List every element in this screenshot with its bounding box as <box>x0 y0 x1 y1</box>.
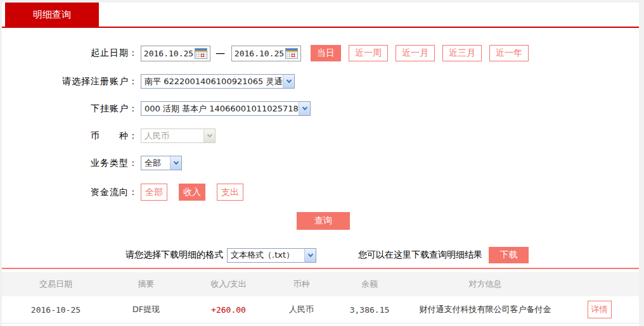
cell-action: 详情 <box>560 301 639 318</box>
chevron-down-icon <box>207 132 212 137</box>
tab-bar: 明细查询 <box>2 3 639 27</box>
date-to-input[interactable] <box>233 46 285 61</box>
quick-range-week-button[interactable]: 近一周 <box>349 45 388 61</box>
cell-counterparty: 财付通支付科技有限公司客户备付金 <box>411 304 560 315</box>
tab-underline <box>2 27 639 28</box>
business-type-label: 业务类型： <box>2 158 138 169</box>
dropdown-arrow-icon[interactable] <box>283 75 294 88</box>
dropdown-arrow-icon <box>203 129 215 142</box>
register-account-value: 南平 6222001406100921065 灵通卡 <box>141 76 283 87</box>
quick-range-year-button[interactable]: 近一年 <box>489 45 529 61</box>
download-format-value: 文本格式（.txt） <box>228 249 304 261</box>
register-account-label: 请选择注册账户： <box>2 76 138 87</box>
chevron-down-icon <box>302 105 307 110</box>
calendar-today-cell <box>292 54 295 57</box>
fund-flow-label: 资金流向： <box>2 187 138 198</box>
chevron-down-icon <box>286 78 291 83</box>
cell-summary: DF提现 <box>110 304 183 315</box>
sub-account-label: 下挂账户： <box>2 103 138 115</box>
detail-button[interactable]: 详情 <box>588 301 612 318</box>
download-row: 请您选择下载明细的格式 文本格式（.txt） 您可以在这里下载查询明细结果 下载 <box>2 247 639 263</box>
date-separator: — <box>216 47 225 59</box>
sub-account-select[interactable]: 000 活期 基本户 1406600101102571848 <box>141 101 311 116</box>
fund-flow-expense-button[interactable]: 支出 <box>217 184 243 201</box>
download-hint: 您可以在这里下载查询明细结果 <box>358 249 482 261</box>
cell-amount: +260.00 <box>183 305 274 315</box>
quick-range-group: 当日 近一周 近一月 近三月 近一年 <box>311 45 536 61</box>
main-panel: 明细查询 起止日期： — 当日 近一周 近一月 近三月 近一年 请选择注册账户：… <box>2 3 639 326</box>
cell-date: 2016-10-25 <box>2 305 110 315</box>
register-account-row: 请选择注册账户： 南平 6222001406100921065 灵通卡 <box>2 74 639 89</box>
sub-account-row: 下挂账户： 000 活期 基本户 1406600101102571848 <box>2 101 639 116</box>
header-amount: 收入/支出 <box>183 279 274 290</box>
tab-label: 明细查询 <box>33 9 71 21</box>
register-account-select[interactable]: 南平 6222001406100921065 灵通卡 <box>141 74 295 89</box>
business-type-value: 全部 <box>141 158 170 169</box>
currency-row: 币 种： 人民币 <box>2 129 639 143</box>
query-button[interactable]: 查询 <box>297 212 350 230</box>
dropdown-arrow-icon[interactable] <box>304 249 316 262</box>
download-button[interactable]: 下载 <box>489 247 529 263</box>
header-balance: 余额 <box>328 279 411 290</box>
header-summary: 摘要 <box>110 279 183 290</box>
dropdown-arrow-icon[interactable] <box>299 102 310 115</box>
table-row: 2016-10-25 DF提现 +260.00 人民币 3,386.15 财付通… <box>2 296 639 323</box>
table-header: 交易日期 摘要 收入/支出 币种 余额 对方信息 <box>2 272 639 296</box>
header-currency: 币种 <box>274 279 328 290</box>
header-counterparty: 对方信息 <box>411 279 560 290</box>
quick-range-3months-button[interactable]: 近三月 <box>442 45 482 61</box>
fund-flow-all-button[interactable]: 全部 <box>141 184 167 201</box>
sub-account-value: 000 活期 基本户 1406600101102571848 <box>141 103 299 115</box>
chevron-down-icon <box>307 251 312 256</box>
business-type-row: 业务类型： 全部 <box>2 156 639 170</box>
date-range-row: 起止日期： — 当日 近一周 近一月 近三月 近一年 <box>2 45 639 61</box>
header-date: 交易日期 <box>2 279 110 290</box>
calendar-today-cell <box>201 54 204 57</box>
cell-balance: 3,386.15 <box>328 305 411 315</box>
fund-flow-group: 全部 收入 支出 <box>141 184 255 201</box>
business-type-select[interactable]: 全部 <box>141 156 182 170</box>
calendar-icon[interactable] <box>285 48 298 59</box>
date-to-field[interactable] <box>231 46 301 61</box>
currency-label: 币 种： <box>2 130 138 142</box>
date-from-input[interactable] <box>143 46 195 61</box>
currency-select: 人民币 <box>141 129 216 143</box>
chevron-down-icon <box>173 160 178 165</box>
date-range-label: 起止日期： <box>2 47 138 59</box>
fund-flow-row: 资金流向： 全部 收入 支出 <box>2 184 639 201</box>
calendar-icon[interactable] <box>195 48 207 59</box>
quick-range-today-button[interactable]: 当日 <box>311 45 341 61</box>
currency-value: 人民币 <box>141 130 203 142</box>
dropdown-arrow-icon[interactable] <box>170 156 181 170</box>
date-from-field[interactable] <box>141 46 210 61</box>
download-format-select[interactable]: 文本格式（.txt） <box>227 248 316 263</box>
fund-flow-income-button[interactable]: 收入 <box>179 184 205 201</box>
quick-range-month-button[interactable]: 近一月 <box>396 45 435 61</box>
cell-currency: 人民币 <box>274 304 328 315</box>
download-format-label: 请您选择下载明细的格式 <box>2 249 223 261</box>
tab-detail-query[interactable]: 明细查询 <box>5 3 99 27</box>
table-top-divider <box>2 268 639 269</box>
